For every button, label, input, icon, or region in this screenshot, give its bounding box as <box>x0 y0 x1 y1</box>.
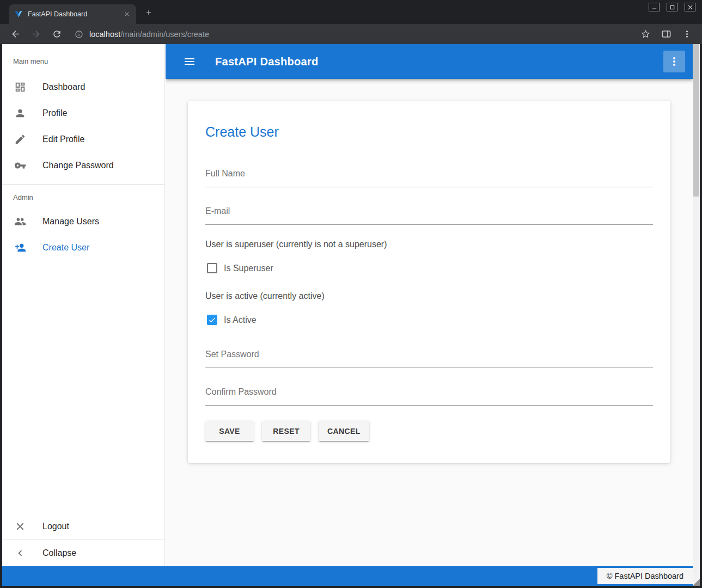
sidebar-section-main-menu: Main menu <box>2 57 164 66</box>
web-page: Main menu Dashboard Profile <box>2 44 700 586</box>
sidebar-item-label: Profile <box>42 108 67 118</box>
close-button[interactable] <box>685 3 695 11</box>
email-input[interactable] <box>205 206 653 217</box>
sidebar-section-admin: Admin <box>2 193 164 202</box>
main-area: FastAPI Dashboard Create User User is su… <box>166 44 693 566</box>
sidebar-item-label: Logout <box>42 522 69 531</box>
address-bar[interactable]: localhost/main/admin/users/create <box>75 30 635 39</box>
sidebar-item-dashboard[interactable]: Dashboard <box>2 74 164 100</box>
reload-button[interactable] <box>49 27 64 42</box>
copyright-text: © FastAPI Dashboard <box>597 568 693 584</box>
browser-window: FastAPI Dashboard <box>0 0 702 588</box>
browser-toolbar: localhost/main/admin/users/create <box>0 24 702 44</box>
reset-button[interactable]: RESET <box>262 421 310 441</box>
account-plus-icon <box>14 241 27 254</box>
appbar-title: FastAPI Dashboard <box>215 56 319 68</box>
sidebar-item-label: Create User <box>42 243 89 253</box>
checkbox-unchecked-icon[interactable] <box>207 263 217 273</box>
sidebar-item-manage-users[interactable]: Manage Users <box>2 209 164 235</box>
tab-strip: FastAPI Dashboard <box>0 0 702 24</box>
sidebar-item-change-password[interactable]: Change Password <box>2 152 164 179</box>
confirm-password-input[interactable] <box>205 387 653 397</box>
site-info-icon[interactable] <box>75 30 83 39</box>
minimize-button[interactable] <box>649 3 660 11</box>
dashboard-icon <box>14 81 27 94</box>
content-area: Create User User is superuser (currently… <box>166 79 693 566</box>
sidebar-item-logout[interactable]: Logout <box>2 513 164 540</box>
sidebar-item-label: Dashboard <box>42 82 85 92</box>
sidebar-item-create-user[interactable]: Create User <box>2 235 164 261</box>
scrollbar-thumb[interactable] <box>693 44 699 197</box>
hamburger-menu-icon[interactable] <box>180 52 199 71</box>
sidebar-item-edit-profile[interactable]: Edit Profile <box>2 126 164 152</box>
bookmark-star-icon[interactable] <box>638 27 653 42</box>
full-name-input[interactable] <box>205 168 653 179</box>
key-icon <box>14 159 27 172</box>
window-controls <box>649 3 695 11</box>
dots-vertical-icon <box>668 55 681 68</box>
page-title: Create User <box>205 124 653 140</box>
set-password-input[interactable] <box>205 349 653 360</box>
forward-button[interactable] <box>28 27 44 42</box>
url-host: localhost <box>89 30 120 39</box>
account-icon <box>14 107 27 120</box>
checkbox-checked-icon[interactable] <box>207 315 217 325</box>
close-x-icon <box>14 520 27 533</box>
sidebar-divider <box>2 184 164 185</box>
chevron-left-icon <box>14 547 27 560</box>
sidebar-item-profile[interactable]: Profile <box>2 100 164 126</box>
is-active-checkbox-row[interactable]: Is Active <box>205 315 653 325</box>
set-password-field <box>205 349 653 368</box>
browser-tab[interactable]: FastAPI Dashboard <box>9 4 136 24</box>
sidebar-item-label: Manage Users <box>42 217 99 226</box>
cancel-button[interactable]: CANCEL <box>319 421 369 441</box>
sidebar-item-collapse[interactable]: Collapse <box>2 540 164 566</box>
account-group-icon <box>14 215 27 228</box>
tab-title: FastAPI Dashboard <box>28 10 122 18</box>
confirm-password-field <box>205 387 653 406</box>
new-tab-button[interactable] <box>142 5 156 20</box>
url-text: localhost/main/admin/users/create <box>89 30 209 39</box>
full-name-field <box>205 168 653 187</box>
tab-close-icon[interactable] <box>122 9 132 19</box>
maximize-button[interactable] <box>667 3 677 11</box>
active-hint: User is active (currently active) <box>205 291 653 302</box>
form-buttons: SAVE RESET CANCEL <box>205 421 653 441</box>
page-scrollbar[interactable] <box>693 44 700 586</box>
superuser-hint: User is superuser (currently is not a su… <box>205 239 653 250</box>
url-path: /main/admin/users/create <box>120 30 209 39</box>
side-panel-icon[interactable] <box>658 27 674 42</box>
app-bar: FastAPI Dashboard <box>166 44 693 79</box>
resize-grip-icon[interactable] <box>693 579 700 586</box>
browser-menu-icon[interactable] <box>679 27 694 42</box>
appbar-menu-button[interactable] <box>663 51 685 72</box>
vuetify-logo-icon <box>14 10 23 19</box>
is-active-label: Is Active <box>224 315 257 325</box>
is-superuser-checkbox-row[interactable]: Is Superuser <box>205 263 653 273</box>
sidebar-item-label: Collapse <box>42 548 76 558</box>
sidebar-item-label: Edit Profile <box>42 134 84 144</box>
pencil-icon <box>14 133 27 146</box>
is-superuser-label: Is Superuser <box>224 264 273 273</box>
save-button[interactable]: SAVE <box>205 421 254 441</box>
create-user-card: Create User User is superuser (currently… <box>188 101 670 463</box>
sidebar: Main menu Dashboard Profile <box>2 44 165 566</box>
sidebar-item-label: Change Password <box>42 161 114 170</box>
page-footer: © FastAPI Dashboard <box>2 566 693 586</box>
email-field <box>205 206 653 225</box>
back-button[interactable] <box>8 27 23 42</box>
